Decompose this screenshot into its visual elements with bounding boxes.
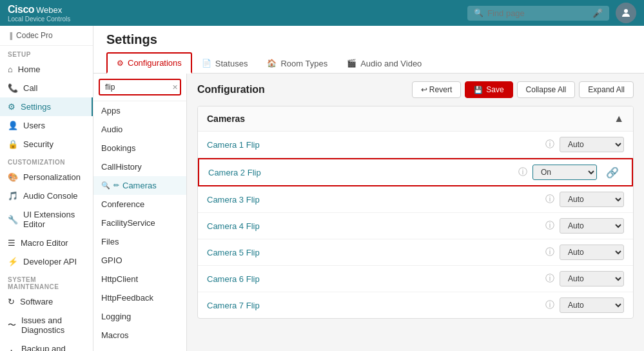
filter-item-apps[interactable]: Apps — [93, 101, 186, 120]
camera-4-select[interactable]: AutoOnOff — [560, 218, 624, 234]
sidebar-item-macro-editor[interactable]: ☰ Macro Editor — [0, 234, 93, 252]
tab-label: Configurations — [128, 58, 182, 68]
software-icon: ↻ — [8, 297, 15, 306]
tab-audio-video[interactable]: 🎬 Audio and Video — [337, 52, 431, 74]
filter-clear-icon[interactable]: ✕ — [172, 83, 178, 92]
camera-7-info-icon[interactable]: ⓘ — [545, 299, 554, 311]
camera-5-info-icon[interactable]: ⓘ — [545, 246, 554, 258]
sidebar-item-label: Call — [23, 83, 37, 93]
tab-room-types[interactable]: 🏠 Room Types — [257, 52, 337, 74]
httpclient-label: HttpClient — [101, 274, 138, 284]
save-label: Save — [486, 85, 503, 94]
camera-1-info-icon[interactable]: ⓘ — [545, 139, 554, 150]
filter-item-gpio[interactable]: GPIO — [93, 251, 186, 270]
sidebar-item-users[interactable]: 👤 Users — [0, 116, 93, 135]
sidebar-item-label: Home — [18, 65, 41, 74]
cameras-label: Cameras — [122, 181, 157, 190]
filter-item-callhistory[interactable]: CallHistory — [93, 157, 186, 176]
camera-6-info-icon[interactable]: ⓘ — [545, 273, 554, 285]
filter-item-cameras[interactable]: 🔍 ✏ Cameras — [93, 176, 186, 195]
sidebar-item-personalization[interactable]: 🎨 Personalization — [0, 168, 93, 186]
sidebar-item-backup[interactable]: ⏱ Backup and Recovery — [0, 339, 93, 351]
users-icon: 👤 — [8, 121, 18, 130]
cameras-collapse-button[interactable]: ▲ — [614, 113, 624, 125]
system-label: SYSTEM MAINTENANCE — [0, 271, 93, 292]
camera-1-select[interactable]: AutoOnOff — [560, 137, 624, 152]
cameras-section: Cameras ▲ Camera 1 Flip ⓘ AutoOnOff Came… — [197, 106, 634, 319]
audio-video-icon: 🎬 — [347, 59, 356, 68]
filter-item-audio[interactable]: Audio — [93, 120, 186, 139]
camera-row-4: Camera 4 Flip ⓘ AutoOnOff — [198, 213, 633, 239]
filter-item-facilityservice[interactable]: FacilityService — [93, 214, 186, 232]
filter-item-microsoftteams[interactable]: MicrosoftTeams — [93, 345, 186, 351]
main-content: Settings ⚙ Configurations 📄 Statuses 🏠 R… — [93, 26, 644, 351]
filter-item-macros[interactable]: Macros — [93, 326, 186, 345]
home-icon: ⌂ — [8, 65, 13, 74]
audio-console-icon: 🎵 — [8, 191, 18, 201]
files-label: Files — [101, 237, 119, 246]
topbar: Cisco Webex Local Device Controls 🔍 🎤 — [0, 0, 644, 26]
gpio-label: GPIO — [101, 256, 122, 265]
ui-extensions-icon: 🔧 — [8, 215, 18, 225]
filter-item-httpclient[interactable]: HttpClient — [93, 270, 186, 288]
audio-label: Audio — [101, 125, 122, 134]
setup-label: SETUP — [0, 46, 93, 60]
sidebar-item-security[interactable]: 🔒 Security — [0, 135, 93, 154]
svg-point-0 — [624, 9, 628, 13]
filter-input[interactable] — [99, 79, 181, 95]
sidebar-item-developer-api[interactable]: ⚡ Developer API — [0, 252, 93, 271]
call-icon: 📞 — [8, 83, 18, 93]
camera-7-select[interactable]: AutoOnOff — [560, 297, 624, 313]
camera-2-info-icon[interactable]: ⓘ — [518, 166, 527, 178]
avatar[interactable] — [616, 3, 636, 23]
camera-row-7: Camera 7 Flip ⓘ AutoOnOff — [198, 292, 633, 318]
sidebar-item-settings[interactable]: ⚙ Settings — [0, 97, 93, 116]
apps-label: Apps — [101, 106, 121, 115]
backup-icon: ⏱ — [8, 349, 16, 352]
filter-item-bookings[interactable]: Bookings — [93, 139, 186, 157]
filter-item-logging[interactable]: Logging — [93, 307, 186, 326]
filter-item-httpfeedback[interactable]: HttpFeedback — [93, 288, 186, 307]
sidebar-item-home[interactable]: ⌂ Home — [0, 60, 93, 79]
config-header: Configuration ↩ Revert 💾 Save Collapse A… — [197, 81, 634, 98]
camera-5-select[interactable]: AutoOnOff — [560, 245, 624, 260]
camera-row-6: Camera 6 Flip ⓘ AutoOnOff — [198, 266, 633, 292]
macros-label: Macros — [101, 330, 129, 340]
search-bar[interactable]: 🔍 🎤 — [467, 6, 609, 21]
search-input[interactable] — [487, 8, 589, 18]
config-actions: ↩ Revert 💾 Save Collapse All Expand All — [412, 81, 634, 98]
cisco-text: Cisco — [8, 4, 34, 15]
filter-item-files[interactable]: Files — [93, 232, 186, 251]
camera-2-select[interactable]: AutoOnOff — [532, 165, 597, 180]
logging-label: Logging — [101, 312, 131, 321]
sidebar-item-ui-extensions[interactable]: 🔧 UI Extensions Editor — [0, 205, 93, 234]
sidebar-item-label: Users — [23, 121, 45, 130]
mic-icon[interactable]: 🎤 — [592, 8, 603, 18]
sidebar-item-call[interactable]: 📞 Call — [0, 79, 93, 97]
camera-7-name: Camera 7 Flip — [207, 301, 540, 310]
tab-statuses[interactable]: 📄 Statuses — [192, 52, 258, 74]
topbar-right: 🔍 🎤 — [467, 3, 636, 23]
camera-4-info-icon[interactable]: ⓘ — [545, 220, 554, 232]
sidebar-item-issues[interactable]: 〜 Issues and Diagnostics — [0, 311, 93, 339]
filter-item-conference[interactable]: Conference — [93, 195, 186, 214]
collapse-all-button[interactable]: Collapse All — [517, 81, 576, 98]
bookings-label: Bookings — [101, 143, 135, 153]
sidebar-item-label: Software — [20, 297, 53, 306]
camera-3-select[interactable]: AutoOnOff — [560, 192, 624, 207]
save-button[interactable]: 💾 Save — [465, 81, 512, 98]
camera-row-3: Camera 3 Flip ⓘ AutoOnOff — [198, 186, 633, 213]
sidebar-item-audio-console[interactable]: 🎵 Audio Console — [0, 186, 93, 205]
camera-3-info-icon[interactable]: ⓘ — [545, 194, 554, 205]
tab-configurations[interactable]: ⚙ Configurations — [106, 52, 192, 74]
httpfeedback-label: HttpFeedback — [101, 293, 153, 303]
cameras-section-title: Cameras — [207, 114, 245, 124]
revert-button[interactable]: ↩ Revert — [412, 81, 462, 98]
expand-all-button[interactable]: Expand All — [579, 81, 634, 98]
room-types-icon: 🏠 — [267, 59, 277, 68]
camera-6-select[interactable]: AutoOnOff — [560, 271, 624, 286]
page-title: Settings — [106, 32, 631, 47]
camera-2-name: Camera 2 Flip — [208, 168, 513, 177]
camera-2-link-icon[interactable]: 🔗 — [602, 165, 623, 180]
sidebar-item-software[interactable]: ↻ Software — [0, 292, 93, 311]
